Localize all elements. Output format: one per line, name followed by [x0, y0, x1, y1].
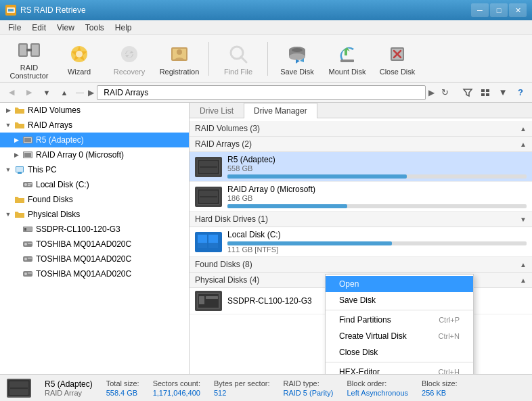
- menu-edit[interactable]: Edit: [26, 22, 51, 34]
- tree-item-found-disks[interactable]: Found Disks: [0, 192, 189, 207]
- dropdown-button[interactable]: ▼: [39, 85, 54, 100]
- svg-rect-40: [28, 183, 32, 185]
- toggle-toshiba1: [11, 239, 22, 250]
- filter-button[interactable]: [460, 85, 475, 100]
- find-file-label: Find File: [224, 68, 252, 76]
- tree-item-toshiba2[interactable]: TOSHIBA MQ01AAD020C: [0, 252, 189, 266]
- ctx-create-virtual-disk[interactable]: Create Virtual Disk Ctrl+N: [326, 328, 473, 344]
- section-raid-arrays[interactable]: RAID Arrays (2) ▲: [190, 137, 532, 152]
- tree-item-physical-disks[interactable]: ▼ Physical Disks: [0, 207, 189, 222]
- path-separator: —: [76, 88, 84, 97]
- up-button[interactable]: ▲: [57, 85, 72, 100]
- section-hdd[interactable]: Hard Disk Drives (1) ▼: [190, 212, 532, 227]
- path-arrow-1: ▶: [88, 88, 94, 97]
- raid-arrays-label: RAID Arrays: [28, 120, 72, 130]
- r5-drive-bar: [227, 174, 407, 179]
- raid-array-0-bar: [227, 204, 347, 208]
- toolbar-separator-2: [267, 42, 268, 76]
- drive-item-r5-adaptec[interactable]: R5 (Adaptec) 558 GB: [190, 152, 532, 182]
- back-button[interactable]: ◀: [4, 85, 19, 100]
- ssd-icon: [22, 223, 34, 235]
- path-arrow-2: ▶: [428, 88, 435, 97]
- mount-disk-button[interactable]: Mount Disk: [324, 39, 371, 79]
- ctx-open[interactable]: Open: [326, 276, 473, 292]
- section-found-disks[interactable]: Found Disks (8) ▲: [190, 257, 532, 273]
- svg-rect-5: [32, 45, 39, 55]
- forward-button[interactable]: ▶: [22, 85, 37, 100]
- svg-rect-1: [8, 9, 14, 11]
- menu-tools[interactable]: Tools: [80, 22, 110, 34]
- wizard-icon: [67, 42, 91, 66]
- folder-icon-3: [14, 208, 26, 220]
- ctx-save-disk[interactable]: Save Disk: [326, 292, 473, 308]
- help-button[interactable]: ?: [513, 85, 528, 100]
- maximize-button[interactable]: □: [490, 3, 508, 17]
- svg-rect-64: [198, 243, 207, 248]
- find-file-button[interactable]: Find File: [215, 39, 262, 79]
- tree-item-raid-array-0[interactable]: ▶ RAID Array 0 (Microsoft): [0, 147, 189, 162]
- close-disk-button[interactable]: Close Disk: [374, 39, 421, 79]
- menu-file[interactable]: File: [3, 22, 26, 34]
- close-button[interactable]: ✕: [509, 3, 527, 17]
- address-input[interactable]: [97, 85, 426, 100]
- r5-drive-size: 558 GB: [227, 164, 527, 172]
- svg-point-19: [292, 48, 303, 52]
- tree-item-raid-arrays[interactable]: ▼ RAID Arrays: [0, 118, 189, 133]
- status-block-order-value: Left Asynchronous: [347, 389, 409, 397]
- tree-item-ssdpr[interactable]: SSDPR-CL100-120-G3: [0, 222, 189, 237]
- ctx-hex-editor[interactable]: HEX-Editor Ctrl+H: [326, 364, 473, 374]
- tree-item-toshiba3[interactable]: TOSHIBA MQ01AAD020C: [0, 266, 189, 281]
- r5-drive-bar-container: [227, 174, 527, 179]
- registration-button[interactable]: Registration: [156, 39, 203, 79]
- disk-icon-2: [22, 149, 34, 161]
- app-title: RS RAID Retrieve: [20, 5, 471, 15]
- drive-item-raid-array-0[interactable]: RAID Array 0 (Microsoft) 186 GB: [190, 182, 532, 212]
- tab-drive-manager[interactable]: Drive Manager: [244, 103, 317, 118]
- find-file-icon: [226, 42, 250, 66]
- close-disk-icon: [385, 42, 409, 66]
- hdd-icon: [22, 179, 34, 191]
- refresh-button[interactable]: ↻: [437, 85, 452, 100]
- list-view-button[interactable]: ▼: [495, 85, 510, 100]
- menu-help[interactable]: Help: [110, 22, 137, 34]
- svg-rect-37: [18, 172, 22, 174]
- recovery-button[interactable]: Recovery: [106, 39, 153, 79]
- svg-rect-34: [24, 153, 31, 157]
- ctx-sep-1: [326, 310, 473, 310]
- r5-adaptec-label: R5 (Adaptec): [36, 135, 84, 145]
- status-drive-icon: [7, 379, 31, 398]
- found-disks-section-title: Found Disks (8): [195, 260, 520, 269]
- status-drive-info: R5 (Adaptec) RAID Array: [45, 379, 93, 397]
- status-sectors-count: Sectors count: 1,171,046,400: [153, 379, 200, 397]
- svg-rect-31: [24, 138, 31, 142]
- save-disk-button[interactable]: Save Disk: [273, 39, 321, 79]
- ctx-find-partitions[interactable]: Find Partitions Ctrl+P: [326, 312, 473, 328]
- status-total-size: Total size: 558.4 GB: [106, 379, 139, 397]
- local-disk-drive-info: Local Disk (C:) 111 GB [NTFS]: [227, 230, 527, 254]
- raid-constructor-button[interactable]: RAID Constructor: [5, 39, 53, 79]
- toggle-found-disks: [3, 194, 14, 205]
- toshiba2-label: TOSHIBA MQ01AAD020C: [36, 254, 131, 264]
- drive-item-local-disk-c[interactable]: Local Disk (C:) 111 GB [NTFS]: [190, 227, 532, 257]
- toggle-ssdpr: [11, 224, 22, 235]
- toggle-r5: ▶: [11, 135, 22, 145]
- tab-drive-list[interactable]: Drive List: [190, 103, 244, 118]
- svg-rect-61: [200, 196, 217, 197]
- menu-view[interactable]: View: [51, 22, 80, 34]
- hdd-icon-2: [22, 238, 34, 250]
- tree-item-toshiba1[interactable]: TOSHIBA MQ01AAD020C: [0, 237, 189, 252]
- svg-rect-41: [28, 185, 30, 187]
- folder-icon-2: [14, 193, 26, 206]
- section-raid-volumes[interactable]: RAID Volumes (3) ▲: [190, 121, 532, 137]
- ctx-close-disk[interactable]: Close Disk: [326, 344, 473, 360]
- minimize-button[interactable]: ─: [471, 3, 489, 17]
- local-disk-drive-size: 111 GB [NTFS]: [227, 245, 527, 254]
- view-button[interactable]: [478, 85, 493, 100]
- tree-item-raid-volumes[interactable]: ▶ RAID Volumes: [0, 103, 189, 118]
- right-controls: ▼ ?: [460, 85, 528, 100]
- tree-item-this-pc[interactable]: ▼ This PC: [0, 162, 189, 177]
- wizard-button[interactable]: Wizard: [56, 39, 103, 79]
- tree-item-r5-adaptec[interactable]: ▶ R5 (Adaptec): [0, 133, 189, 147]
- tree-item-local-disk-c[interactable]: Local Disk (C:): [0, 177, 189, 192]
- status-block-size-value: 256 KB: [422, 389, 458, 397]
